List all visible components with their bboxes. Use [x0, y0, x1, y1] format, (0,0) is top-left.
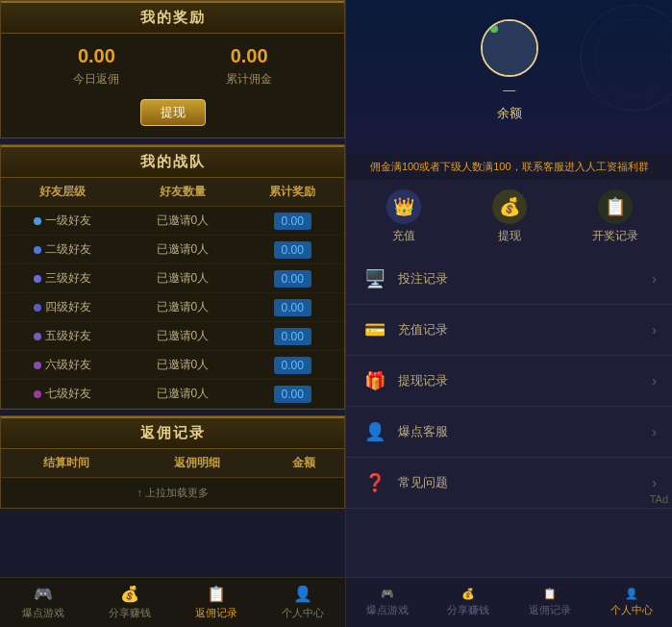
reward-cell: 0.00: [240, 322, 345, 351]
recharge-icon: 👑: [386, 189, 421, 224]
menu-item-recharge-record[interactable]: 💳 充值记录 ›: [346, 305, 672, 356]
total-commission: 0.00 累计佣金: [226, 45, 272, 88]
nav-right-commission-icon: 📋: [543, 588, 557, 600]
bottom-nav-left: 🎮 爆点游戏 💰 分享赚钱 📋 返佣记录 👤 个人中心: [0, 577, 345, 627]
menu-item-bet[interactable]: 🖥️ 投注记录 ›: [346, 254, 672, 305]
faq-arrow: ›: [652, 475, 657, 490]
profile-bg-decoration: [557, 0, 672, 115]
withdraw-button[interactable]: 提现: [140, 99, 206, 126]
bet-arrow: ›: [652, 271, 657, 287]
team-section: 我的战队 好友层级 好友数量 累计奖励 一级好友 已邀请0人 0.00: [0, 144, 345, 410]
reward-cell: 0.00: [240, 351, 345, 380]
menu-list: 🖥️ 投注记录 › 💳 充值记录 › 🎁 提现记录 › 👤 爆点客服 › ❓ 常…: [346, 254, 672, 577]
svg-point-2: [610, 34, 658, 82]
nav-right-share-label: 分享赚钱: [447, 603, 489, 617]
rewards-title: 我的奖励: [1, 1, 344, 34]
svg-point-0: [581, 5, 672, 111]
customer-service-arrow: ›: [652, 424, 657, 439]
reward-cell: 0.00: [240, 236, 345, 264]
bottom-nav-right: 🎮 爆点游戏 💰 分享赚钱 📋 返佣记录 👤 个人中心: [346, 577, 672, 627]
total-commission-label: 累计佣金: [226, 71, 272, 88]
lottery-icon: 📋: [598, 189, 633, 224]
profile-area: — 余额: [346, 0, 672, 154]
recharge-label: 充值: [392, 228, 415, 244]
today-commission: 0.00 今日返佣: [73, 45, 119, 88]
today-commission-label: 今日返佣: [73, 71, 119, 88]
level-cell: 二级好友: [1, 236, 125, 264]
nav-left-profile[interactable]: 👤 个人中心: [260, 578, 346, 627]
nav-right-profile[interactable]: 👤 个人中心: [590, 578, 672, 627]
recharge-record-arrow: ›: [652, 322, 657, 338]
nav-right-profile-icon: 👤: [625, 588, 638, 600]
withdraw-record-label: 提现记录: [398, 372, 652, 389]
right-panel: — 余额 佣金满100或者下级人数满100，联系客服进入人工资福利群 👑 充值 …: [346, 0, 672, 627]
nav-left-commission[interactable]: 📋 返佣记录: [173, 578, 260, 627]
username: —: [503, 83, 515, 97]
count-cell: 已邀请0人: [125, 351, 240, 380]
level-cell: 四级好友: [1, 293, 125, 322]
nav-right-game[interactable]: 🎮 爆点游戏: [346, 578, 428, 627]
nav-left-share[interactable]: 💰 分享赚钱: [87, 578, 173, 627]
table-row: 一级好友 已邀请0人 0.00: [1, 207, 344, 236]
table-row: 六级好友 已邀请0人 0.00: [1, 351, 344, 380]
recharge-button[interactable]: 👑 充值: [354, 189, 452, 244]
avatar-image: [483, 21, 536, 75]
nav-right-share-icon: 💰: [461, 588, 475, 600]
withdraw-action-label: 提现: [498, 228, 521, 244]
commission-notice: 佣金满100或者下级人数满100，联系客服进入人工资福利群: [346, 154, 672, 180]
withdraw-action-button[interactable]: 💰 提现: [460, 189, 559, 244]
commission-col-detail: 返佣明细: [132, 449, 262, 478]
lottery-label: 开奖记录: [592, 228, 638, 244]
menu-item-faq[interactable]: ❓ 常见问题 ›: [346, 458, 672, 509]
action-buttons: 👑 充值 💰 提现 📋 开奖记录: [346, 180, 672, 254]
team-title: 我的战队: [1, 145, 344, 178]
level-cell: 三级好友: [1, 264, 125, 293]
bet-label: 投注记录: [398, 270, 652, 288]
nav-left-game[interactable]: 🎮 爆点游戏: [0, 578, 87, 627]
team-col-reward: 累计奖励: [240, 178, 345, 207]
customer-service-icon: 👤: [361, 418, 388, 445]
reward-cell: 0.00: [240, 293, 345, 322]
commission-title: 返佣记录: [1, 416, 344, 449]
count-cell: 已邀请0人: [125, 236, 240, 264]
withdraw-record-icon: 🎁: [361, 367, 388, 394]
table-row: 四级好友 已邀请0人 0.00: [1, 293, 344, 322]
count-cell: 已邀请0人: [125, 380, 240, 409]
tad-label: TAd: [650, 493, 668, 505]
total-commission-value: 0.00: [226, 45, 272, 67]
commission-table: 结算时间 返佣明细 金额: [1, 449, 344, 478]
withdraw-action-icon: 💰: [492, 189, 527, 224]
faq-label: 常见问题: [398, 474, 652, 491]
nav-right-share[interactable]: 💰 分享赚钱: [428, 578, 510, 627]
faq-icon: ❓: [361, 469, 388, 496]
svg-point-4: [490, 25, 498, 33]
count-cell: 已邀请0人: [125, 207, 240, 236]
menu-item-customer-service[interactable]: 👤 爆点客服 ›: [346, 407, 672, 458]
table-row: 七级好友 已邀请0人 0.00: [1, 380, 344, 409]
share-icon: 💰: [120, 585, 139, 603]
lottery-record-button[interactable]: 📋 开奖记录: [566, 189, 664, 244]
commission-col-time: 结算时间: [1, 449, 132, 478]
count-cell: 已邀请0人: [125, 264, 240, 293]
level-cell: 七级好友: [1, 380, 125, 409]
rewards-content: 0.00 今日返佣 0.00 累计佣金: [1, 34, 344, 95]
nav-right-game-label: 爆点游戏: [366, 603, 409, 617]
customer-service-label: 爆点客服: [398, 423, 652, 440]
today-commission-value: 0.00: [73, 45, 119, 67]
nav-left-game-label: 爆点游戏: [22, 606, 64, 620]
menu-item-withdraw-record[interactable]: 🎁 提现记录 ›: [346, 356, 672, 407]
count-cell: 已邀请0人: [125, 322, 240, 351]
table-row: 二级好友 已邀请0人 0.00: [1, 236, 344, 264]
level-cell: 六级好友: [1, 351, 125, 380]
nav-left-profile-label: 个人中心: [282, 606, 324, 620]
table-row: 五级好友 已邀请0人 0.00: [1, 322, 344, 351]
commission-icon: 📋: [207, 585, 226, 603]
bet-icon: 🖥️: [361, 265, 388, 292]
nav-right-profile-label: 个人中心: [610, 603, 653, 617]
nav-right-commission[interactable]: 📋 返佣记录: [510, 578, 591, 627]
level-cell: 五级好友: [1, 322, 125, 351]
commission-col-amount: 金额: [262, 449, 344, 478]
nav-left-commission-label: 返佣记录: [195, 606, 237, 620]
nav-right-commission-label: 返佣记录: [529, 603, 571, 617]
nav-left-share-label: 分享赚钱: [109, 606, 151, 620]
